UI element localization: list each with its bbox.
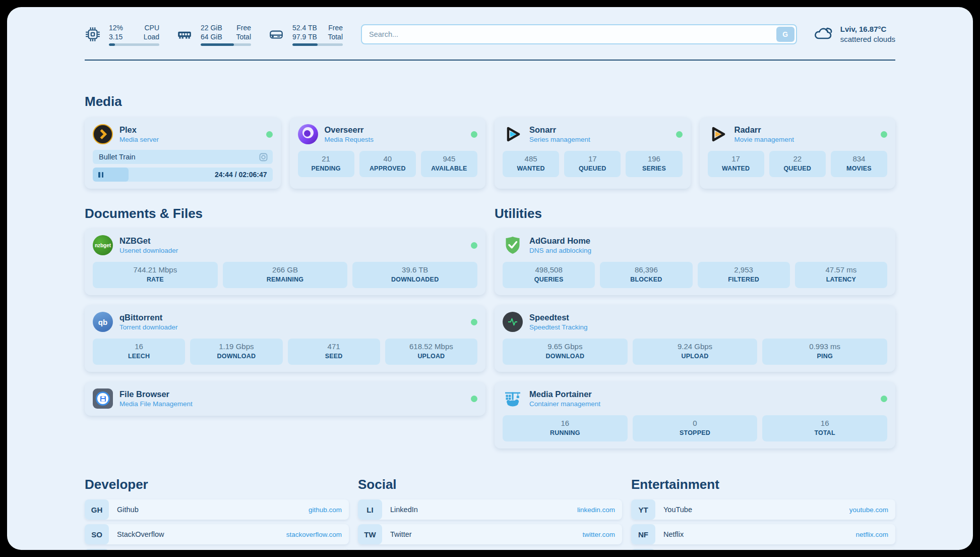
app-subtitle: Container management — [529, 400, 600, 408]
cpu-stat: 12% 3.15 CPU Load — [85, 23, 159, 46]
disk-free-value: 52.4 TB — [292, 23, 317, 32]
bookmark-dev[interactable]: DT DEV dev.to — [85, 549, 349, 550]
now-playing-title: Bullet Train — [93, 153, 136, 161]
app-subtitle: Series management — [529, 136, 590, 143]
section-title-social: Social — [358, 477, 622, 492]
portainer-icon — [503, 388, 523, 409]
bookmark-url: youtube.com — [849, 506, 888, 514]
bookmark-linkedin[interactable]: LI LinkedIn linkedin.com — [358, 499, 622, 520]
stat-box-running: 16 RUNNING — [503, 415, 628, 441]
app-card-portainer[interactable]: Media Portainer Container management 16 … — [495, 382, 895, 449]
stat-box-pending: 21 PENDING — [298, 151, 354, 177]
stat-box-upload: 9.24 Gbps UPLOAD — [633, 339, 758, 365]
section-title-utilities: Utilities — [495, 206, 895, 221]
stat-box-upload: 618.52 Mbps UPLOAD — [385, 339, 477, 365]
app-card-sonarr[interactable]: Sonarr Series management 485 WANTED 17 Q… — [495, 118, 691, 189]
section-title-developer: Developer — [85, 477, 349, 492]
bookmark-github[interactable]: GH Github github.com — [85, 499, 349, 520]
app-card-plex[interactable]: Plex Media server Bullet Train — [85, 118, 281, 189]
bookmark-name: StackOverflow — [117, 530, 164, 538]
stat-box-downloaded: 39.6 TB DOWNLOADED — [352, 262, 477, 288]
stat-box-rate: 744.21 Mbps RATE — [93, 262, 218, 288]
radarr-icon — [708, 124, 728, 144]
stat-box-total: 16 TOTAL — [762, 415, 887, 441]
cpu-progress-fill — [109, 43, 115, 46]
speedtest-icon — [503, 312, 523, 332]
app-card-radarr[interactable]: Radarr Movie management 17 WANTED 22 QUE… — [700, 118, 896, 189]
disk-icon — [268, 26, 284, 42]
search-input[interactable] — [361, 24, 797, 44]
app-card-adguard[interactable]: AdGuard Home DNS and adblocking 498,508 … — [495, 229, 895, 295]
cloud-icon — [812, 24, 834, 45]
stat-box-ping: 0.993 ms PING — [762, 339, 887, 365]
stat-box-download: 1.19 Gbps DOWNLOAD — [190, 339, 282, 365]
stat-box-stopped: 0 STOPPED — [633, 415, 758, 441]
cpu-label: CPU — [144, 23, 159, 32]
cpu-load-label: Load — [144, 32, 159, 41]
sonarr-icon — [503, 124, 523, 144]
status-dot — [676, 131, 683, 138]
weather-location-temp: Lviv, 16.87°C — [840, 24, 895, 34]
weather-widget[interactable]: Lviv, 16.87°C scattered clouds — [812, 24, 895, 45]
status-dot — [881, 131, 887, 138]
ram-total-value: 64 GiB — [201, 32, 222, 41]
bookmark-abbr: SO — [85, 524, 109, 544]
app-card-nzbget[interactable]: nzbget NZBGet Usenet downloader 744.21 M… — [85, 229, 485, 295]
bookmark-abbr: NF — [631, 524, 655, 544]
search-engine-button[interactable]: G — [776, 27, 794, 42]
section-social: Social LI LinkedIn linkedin.com TW Twitt… — [358, 477, 622, 544]
disk-progress-fill — [292, 43, 318, 46]
app-subtitle: Media File Management — [119, 400, 193, 408]
bookmark-url: github.com — [309, 506, 342, 514]
ram-total-label: Total — [236, 32, 251, 41]
stat-box-blocked: 86,396 BLOCKED — [600, 262, 692, 288]
app-title: Media Portainer — [529, 389, 600, 399]
section-media: Media Plex Me — [85, 94, 895, 189]
app-subtitle: Usenet downloader — [119, 247, 178, 254]
filebrowser-icon — [93, 388, 113, 409]
pause-icon — [93, 172, 103, 178]
app-subtitle: Torrent downloader — [119, 323, 178, 331]
section-title-entertainment: Entertainment — [631, 477, 895, 492]
bookmark-twitter[interactable]: TW Twitter twitter.com — [358, 524, 622, 544]
disk-free-label: Free — [328, 23, 343, 32]
section-entertainment: Entertainment YT YouTube youtube.com NF … — [631, 477, 895, 550]
topbar: 12% 3.15 CPU Load — [85, 20, 895, 48]
app-card-filebrowser[interactable]: File Browser Media File Management — [85, 382, 485, 416]
stat-box-available: 945 AVAILABLE — [421, 151, 477, 177]
search-bar: G — [361, 24, 797, 44]
system-stats: 12% 3.15 CPU Load — [85, 23, 343, 46]
section-title-documents: Documents & Files — [85, 206, 485, 221]
stat-box-download: 9.65 Gbps DOWNLOAD — [503, 339, 628, 365]
stat-box-leech: 16 LEECH — [93, 339, 185, 365]
app-card-speedtest[interactable]: Speedtest Speedtest Tracking 9.65 Gbps D… — [495, 305, 895, 372]
bookmark-abbr: TW — [358, 524, 382, 544]
section-title-media: Media — [85, 94, 895, 109]
bookmark-abbr: GH — [85, 499, 109, 520]
bookmark-url: stackoverflow.com — [286, 531, 342, 538]
app-title: Overseerr — [325, 125, 374, 135]
app-title: Plex — [119, 125, 159, 135]
dashboard-page: 12% 3.15 CPU Load — [7, 7, 973, 550]
app-card-overseerr[interactable]: Overseerr Media Requests 21 PENDING 40 A… — [290, 118, 486, 189]
disk-total-value: 97.9 TB — [292, 32, 317, 41]
bookmark-name: YouTube — [663, 506, 692, 514]
ram-icon — [176, 26, 193, 42]
bookmark-reddit[interactable]: RE Reddit reddit.com — [631, 549, 895, 550]
bookmark-youtube[interactable]: YT YouTube youtube.com — [631, 499, 895, 520]
bookmark-name: LinkedIn — [390, 506, 418, 514]
app-card-qbittorrent[interactable]: qb qBittorrent Torrent downloader 16 — [85, 305, 485, 372]
cpu-load-value: 3.15 — [109, 32, 123, 41]
app-title: qBittorrent — [119, 313, 178, 322]
bookmark-stackoverflow[interactable]: SO StackOverflow stackoverflow.com — [85, 524, 349, 544]
disk-progress-track — [292, 43, 343, 46]
stat-box-latency: 47.57 ms LATENCY — [795, 262, 887, 288]
bookmark-netflix[interactable]: NF Netflix netflix.com — [631, 524, 895, 544]
cpu-usage-value: 12% — [109, 23, 123, 32]
stat-box-queries: 498,508 QUERIES — [503, 262, 595, 288]
app-subtitle: DNS and adblocking — [529, 247, 591, 254]
app-title: Radarr — [734, 125, 794, 135]
app-title: NZBGet — [119, 236, 178, 246]
status-dot — [266, 131, 273, 138]
status-dot — [471, 131, 477, 138]
